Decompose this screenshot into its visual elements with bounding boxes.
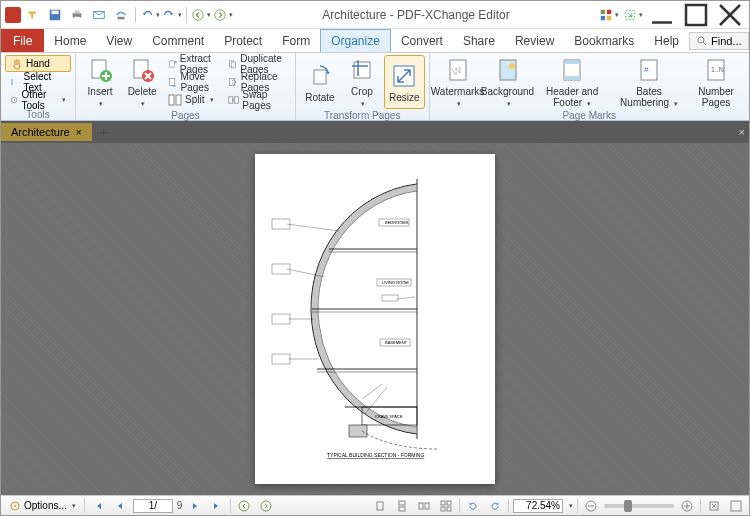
delete-button[interactable]: Delete▾ xyxy=(122,55,162,109)
other-tools[interactable]: Other Tools▾ xyxy=(5,91,71,108)
background-button[interactable]: Background▾ xyxy=(484,55,532,109)
ui-options-icon[interactable]: ▾ xyxy=(599,5,619,25)
tab-share[interactable]: Share xyxy=(453,29,505,52)
tab-view[interactable]: View xyxy=(96,29,142,52)
statusbar: Options...▾ 9 ▾ xyxy=(1,495,749,515)
minimize-button[interactable] xyxy=(647,5,677,25)
insert-button[interactable]: Insert▾ xyxy=(80,55,120,109)
svg-rect-101 xyxy=(731,501,741,511)
crop-icon xyxy=(348,56,376,84)
fullscreen-button[interactable] xyxy=(727,498,745,514)
new-tab-button[interactable]: + xyxy=(96,124,112,140)
document-tabbar: Architecture × + × xyxy=(1,121,749,143)
launch-icon[interactable]: ▾ xyxy=(623,5,643,25)
document-tab[interactable]: Architecture × xyxy=(1,123,92,141)
qat-save[interactable] xyxy=(45,5,65,25)
svg-rect-94 xyxy=(447,507,451,511)
number-pages-button[interactable]: 1..N Number Pages xyxy=(687,55,745,109)
svg-rect-86 xyxy=(377,502,383,510)
select-text-tool[interactable]: ISelect Text xyxy=(5,73,71,90)
rotate-button[interactable]: Rotate xyxy=(300,55,340,109)
zoom-slider[interactable] xyxy=(604,504,674,508)
options-button[interactable]: Options...▾ xyxy=(5,499,80,513)
tab-review[interactable]: Review xyxy=(505,29,564,52)
tab-protect[interactable]: Protect xyxy=(214,29,272,52)
crop-button[interactable]: Crop▾ xyxy=(342,55,382,109)
svg-line-77 xyxy=(397,297,415,299)
swap-pages-button[interactable]: Swap Pages xyxy=(224,91,291,108)
split-button[interactable]: Split▾ xyxy=(164,91,222,108)
rotate-ccw-button[interactable] xyxy=(464,498,482,514)
maximize-button[interactable] xyxy=(681,5,711,25)
svg-text:#: # xyxy=(644,65,649,74)
next-page-button[interactable] xyxy=(186,498,204,514)
svg-line-80 xyxy=(365,387,387,414)
document-viewport[interactable]: BEDROOMS LIVING ROOM BASEMENT CRAWLSPACE xyxy=(1,143,749,495)
ribbon-group-pagemarks: W Watermarks▾ Background▾ Header and Foo… xyxy=(430,53,749,120)
qat-prev[interactable]: ▾ xyxy=(191,5,211,25)
file-tab[interactable]: File xyxy=(1,29,44,52)
hand-tool[interactable]: Hand xyxy=(5,55,71,72)
svg-rect-76 xyxy=(272,354,290,364)
prev-page-button[interactable] xyxy=(111,498,129,514)
svg-rect-89 xyxy=(419,503,423,509)
zoom-in-button[interactable] xyxy=(678,498,696,514)
find-button[interactable]: Find... xyxy=(689,32,749,50)
tab-bookmarks[interactable]: Bookmarks xyxy=(564,29,644,52)
tab-comment[interactable]: Comment xyxy=(142,29,214,52)
doctab-close-icon[interactable]: × xyxy=(76,127,82,138)
qat-scan[interactable] xyxy=(111,5,131,25)
svg-rect-3 xyxy=(74,10,79,13)
svg-rect-47 xyxy=(564,76,580,80)
move-pages-button[interactable]: Move Pages xyxy=(164,73,222,90)
watermarks-button[interactable]: W Watermarks▾ xyxy=(434,55,482,109)
pdf-page: BEDROOMS LIVING ROOM BASEMENT CRAWLSPACE xyxy=(255,154,495,484)
svg-text:LIVING ROOM: LIVING ROOM xyxy=(382,280,409,285)
qat-print[interactable] xyxy=(67,5,87,25)
tabbar-close-icon[interactable]: × xyxy=(739,126,745,138)
svg-rect-9 xyxy=(601,9,605,13)
qat-open[interactable] xyxy=(23,5,43,25)
duplicate-pages-button[interactable]: Duplicate Pages xyxy=(224,55,291,72)
header-footer-button[interactable]: Header and Footer ▾ xyxy=(533,55,610,109)
svg-rect-88 xyxy=(399,507,405,511)
zoom-dropdown[interactable]: ▾ xyxy=(569,502,573,510)
tab-form[interactable]: Form xyxy=(272,29,320,52)
nav-back-button[interactable] xyxy=(235,498,253,514)
extract-pages-button[interactable]: Extract Pages xyxy=(164,55,222,72)
tab-help[interactable]: Help xyxy=(644,29,689,52)
qat-email[interactable] xyxy=(89,5,109,25)
svg-rect-12 xyxy=(607,15,611,19)
qat-undo[interactable]: ▾ xyxy=(140,5,160,25)
layout-facing-button[interactable] xyxy=(415,498,433,514)
first-page-button[interactable] xyxy=(89,498,107,514)
app-icon xyxy=(5,7,21,23)
last-page-button[interactable] xyxy=(208,498,226,514)
tab-organize[interactable]: Organize xyxy=(320,29,391,52)
svg-point-7 xyxy=(193,9,204,20)
qat-next[interactable]: ▾ xyxy=(213,5,233,25)
close-button[interactable] xyxy=(715,5,745,25)
replace-pages-button[interactable]: Replace Pages xyxy=(224,73,291,90)
tab-home[interactable]: Home xyxy=(44,29,96,52)
rotate-cw-button[interactable] xyxy=(486,498,504,514)
tab-convert[interactable]: Convert xyxy=(391,29,453,52)
resize-button[interactable]: Resize xyxy=(384,55,425,109)
nav-fwd-button[interactable] xyxy=(257,498,275,514)
layout-facing-cont-button[interactable] xyxy=(437,498,455,514)
zoom-input[interactable] xyxy=(513,499,563,513)
bates-button[interactable]: # Bates Numbering ▾ xyxy=(613,55,685,109)
zoom-out-button[interactable] xyxy=(582,498,600,514)
page-input[interactable] xyxy=(133,499,173,513)
svg-rect-31 xyxy=(169,95,174,105)
fit-page-button[interactable] xyxy=(705,498,723,514)
layout-continuous-button[interactable] xyxy=(393,498,411,514)
qat-redo[interactable]: ▾ xyxy=(162,5,182,25)
layout-single-button[interactable] xyxy=(371,498,389,514)
svg-rect-78 xyxy=(382,295,398,301)
svg-rect-29 xyxy=(169,60,174,66)
group-label-tools: Tools xyxy=(5,108,71,121)
svg-rect-32 xyxy=(176,95,181,105)
svg-rect-34 xyxy=(231,62,235,68)
svg-rect-6 xyxy=(118,16,125,19)
